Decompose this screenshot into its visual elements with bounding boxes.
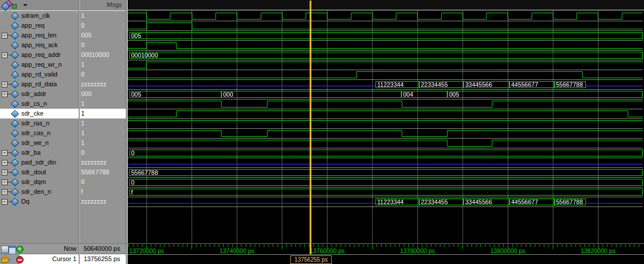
- signal-panel: Msgs sdram_clk1app_req0+app_req_len005ap…: [0, 0, 128, 244]
- expand-plus-icon[interactable]: +: [2, 179, 7, 185]
- expand-plus-icon[interactable]: +: [2, 91, 7, 97]
- cursor-value: 13756255 ps: [80, 255, 120, 262]
- expand-plus-icon[interactable]: +: [2, 82, 7, 87]
- signal-value: 0: [81, 41, 85, 48]
- expand-plus-icon[interactable]: +: [2, 160, 7, 166]
- signal-diamond-icon: [11, 110, 19, 118]
- signal-diamond-icon: [11, 139, 19, 147]
- signal-row-app_req_addr[interactable]: +app_req_addr00010000: [0, 50, 126, 60]
- signal-name: sdr_dout: [21, 169, 46, 175]
- expand-plus-icon[interactable]: +: [2, 33, 7, 39]
- signal-name: pad_sdr_din: [21, 159, 56, 166]
- signal-name: sdr_cas_n: [21, 129, 51, 136]
- expand-plus-icon[interactable]: +: [2, 199, 7, 205]
- signal-row-app_req[interactable]: app_req0: [0, 21, 126, 30]
- signal-row-sdr_cs_n[interactable]: sdr_cs_n1: [0, 99, 126, 109]
- signal-row-Dq[interactable]: +Dqzzzzzzzz: [0, 197, 126, 206]
- signal-value: 1: [81, 129, 85, 136]
- signal-name: app_req_wr_n: [21, 61, 62, 68]
- signal-name: Dq: [21, 198, 29, 205]
- expand-plus-icon[interactable]: +: [2, 52, 7, 58]
- signal-row-sdr_dout[interactable]: +sdr_dout55667788: [0, 167, 126, 177]
- name-value-divider-light: [79, 0, 80, 264]
- signal-name: sdr_addr: [21, 90, 46, 97]
- panel-wave-divider-light: [126, 0, 128, 264]
- panel-header: Msgs: [0, 0, 128, 11]
- waveform-background[interactable]: [128, 10, 644, 264]
- wave-pane-header: [128, 0, 644, 10]
- signal-name: sdr_cs_n: [21, 100, 47, 107]
- cursor-row[interactable]: Cursor 1 13756255 ps: [0, 254, 128, 264]
- signal-value: f: [81, 188, 83, 195]
- signal-row-sdr_dqm[interactable]: +sdr_dqm0: [0, 177, 126, 187]
- dropdown-caret-icon[interactable]: [23, 4, 28, 6]
- signal-row-sdr_ras_n[interactable]: sdr_ras_n1: [0, 118, 126, 128]
- signal-row-app_rd_data[interactable]: +app_rd_datazzzzzzzz: [0, 79, 126, 89]
- expand-plus-icon[interactable]: +: [2, 170, 7, 175]
- signal-value: zzzzzzzz: [81, 198, 106, 205]
- signal-diamond-icon: [11, 71, 19, 79]
- signal-value: 0: [81, 149, 85, 156]
- cursor-panel: Now 50640000 ps Cursor 1 13756255 ps: [0, 244, 128, 264]
- signal-diamond-icon: [11, 178, 19, 186]
- signal-diamond-icon: [11, 149, 19, 157]
- signal-diamond-icon: [11, 100, 19, 108]
- signal-row-app_req_ack[interactable]: app_req_ack0: [0, 40, 126, 50]
- wave-window: Msgs sdram_clk1app_req0+app_req_len005ap…: [0, 0, 644, 264]
- wave-group-icon[interactable]: [1, 1, 21, 9]
- expand-plus-icon[interactable]: +: [2, 189, 7, 195]
- notes-icon[interactable]: [1, 246, 9, 253]
- signal-value: 1: [81, 100, 85, 107]
- signal-diamond-icon: [11, 12, 19, 20]
- signal-name: app_req_len: [21, 32, 56, 39]
- signal-diamond-icon: [11, 188, 19, 196]
- signal-value: 1: [81, 61, 85, 68]
- signal-name: app_rd_data: [21, 81, 57, 87]
- signal-value: 1: [81, 12, 85, 19]
- signal-diamond-icon: [11, 90, 19, 98]
- signal-name: sdram_clk: [21, 12, 50, 19]
- signal-diamond-icon: [11, 32, 19, 40]
- signal-value: 1: [81, 110, 85, 117]
- signal-row-sdr_ba[interactable]: +sdr_ba0: [0, 148, 126, 158]
- signal-name: app_req_addr: [21, 51, 61, 58]
- signal-row-sdram_clk[interactable]: sdram_clk1: [0, 11, 126, 21]
- signal-name: sdr_ba: [21, 149, 41, 156]
- msgs-column-header: Msgs: [79, 1, 122, 8]
- signal-diamond-icon: [11, 169, 19, 177]
- signal-row-sdr_cke[interactable]: sdr_cke1: [0, 109, 126, 118]
- signal-diamond-icon: [11, 22, 19, 30]
- signal-diamond-icon: [11, 159, 19, 167]
- signal-value: 1: [81, 120, 85, 127]
- signal-row-pad_sdr_din[interactable]: +pad_sdr_dinzzzzzzzz: [0, 158, 126, 167]
- signal-row-app_req_len[interactable]: +app_req_len005: [0, 30, 126, 40]
- cursor-time-flag[interactable]: 13756255 ps: [290, 255, 332, 264]
- signal-value: zzzzzzzz: [81, 159, 106, 166]
- signal-name: sdr_ras_n: [21, 120, 49, 127]
- now-row: Now 50640000 ps: [0, 244, 128, 254]
- expand-plus-icon[interactable]: +: [2, 150, 7, 156]
- now-value: 50640000 ps: [80, 245, 120, 252]
- signal-row-app_req_wr_n[interactable]: app_req_wr_n1: [0, 60, 126, 70]
- signal-name: app_req_ack: [21, 41, 58, 48]
- signal-name: sdr_we_n: [21, 139, 49, 146]
- signal-name: sdr_dqm: [21, 178, 46, 185]
- signal-diamond-icon: [11, 51, 19, 59]
- signal-row-sdr_den_n[interactable]: +sdr_den_nf: [0, 187, 126, 197]
- signal-value: 0: [81, 22, 85, 29]
- signal-diamond-icon: [11, 198, 19, 206]
- timeline-underline: [128, 254, 644, 255]
- signal-value: 005: [81, 32, 91, 39]
- wave-pane-top-border: [128, 10, 644, 10]
- signal-row-sdr_we_n[interactable]: sdr_we_n1: [0, 138, 126, 148]
- cursor-label: Cursor 1: [23, 255, 76, 262]
- signal-row-app_rd_valid[interactable]: app_rd_valid0: [0, 70, 126, 79]
- now-label: Now: [23, 245, 76, 252]
- signal-row-sdr_addr[interactable]: +sdr_addr000: [0, 89, 126, 99]
- signal-value: 0: [81, 71, 85, 78]
- signal-name: app_req: [21, 22, 44, 29]
- signal-name: sdr_cke: [21, 110, 44, 117]
- signal-row-sdr_cas_n[interactable]: sdr_cas_n1: [0, 128, 126, 138]
- timeline-top-border: [0, 243, 644, 244]
- signal-name: sdr_den_n: [21, 188, 51, 195]
